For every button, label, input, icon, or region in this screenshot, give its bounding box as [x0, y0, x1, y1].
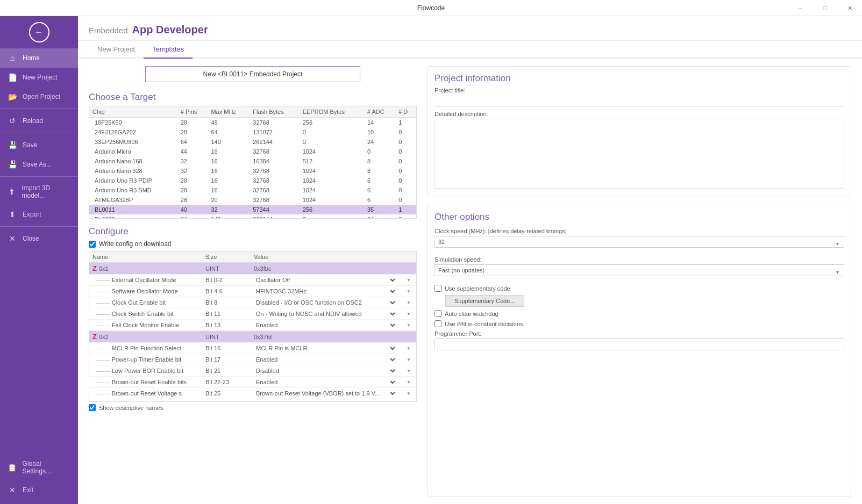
- sidebar-item-exit[interactable]: ✕ Exit: [0, 480, 78, 500]
- config-child-row[interactable]: ‐‐‐‐‐‐‐‐ Brown-out Reset Enable bitsBit …: [89, 377, 416, 388]
- cell-flash: 16384: [250, 156, 299, 166]
- sidebar-item-export[interactable]: ⬆ Export: [0, 205, 78, 224]
- cell-flash: 32768: [250, 147, 299, 156]
- sidebar-label-home: Home: [23, 54, 40, 62]
- config-value-select[interactable]: HFINTOSC 32MHz: [254, 287, 397, 295]
- target-table-row[interactable]: 24FJ128GA70228641310720100: [89, 127, 416, 137]
- config-value-select[interactable]: Enabled: [254, 321, 397, 329]
- app-body: ← ⌂ Home 📄 New Project 📂 Open Project ↺ …: [0, 16, 862, 504]
- config-child-row[interactable]: ‐‐‐‐‐‐‐‐ Fail Clock Monitor EnableBit 13…: [89, 320, 416, 331]
- show-names-checkbox[interactable]: [89, 404, 96, 411]
- target-table-row[interactable]: BL0032641402621440240: [89, 214, 416, 219]
- config-child-row[interactable]: ‐‐‐‐‐‐‐‐ Clock Switch Enable bitBit 11On…: [89, 308, 416, 320]
- target-table-row[interactable]: Arduino Nano 16832161638451280: [89, 156, 416, 166]
- target-table-row[interactable]: Arduino Uno R3 SMD281632768102460: [89, 185, 416, 195]
- config-value-cell[interactable]: MCLR Pin is MCLR▼: [251, 343, 416, 354]
- sidebar-item-reload[interactable]: ↺ Reload: [0, 111, 78, 131]
- config-child-row[interactable]: ‐‐‐‐‐‐‐‐ Brown-out Reset Voltage sBit 25…: [89, 388, 416, 399]
- config-value-select[interactable]: Disabled: [254, 367, 397, 375]
- sidebar-item-open-project[interactable]: 📂 Open Project: [0, 87, 78, 106]
- new-project-button[interactable]: New <BL0011> Embedded Project: [145, 66, 360, 82]
- config-value-cell[interactable]: On - Writing to NOSC and NDIV allowed▼: [251, 308, 416, 319]
- config-child-row[interactable]: ‐‐‐‐‐‐‐‐ External Oscillator ModeBit 0-2…: [89, 275, 416, 286]
- config-child-row[interactable]: ‐‐‐‐‐‐‐‐ Power-up Timer Enable bitBit 17…: [89, 354, 416, 365]
- use-supplementary-checkbox[interactable]: [434, 285, 441, 292]
- config-name-cell: ‐‐‐‐‐‐‐‐ Software Oscillator Mode: [89, 286, 202, 296]
- config-value-cell[interactable]: HFINTOSC 32MHz▼: [251, 286, 416, 297]
- close-icon: ✕: [8, 234, 17, 243]
- project-title-input[interactable]: [434, 95, 844, 106]
- target-table-row[interactable]: 33EP256MU806641402621440240: [89, 137, 416, 147]
- config-size-cell: Bit 13: [202, 320, 251, 330]
- target-table-row[interactable]: ATMEGA328P282032768102460: [89, 195, 416, 205]
- write-config-checkbox[interactable]: [89, 241, 96, 248]
- sidebar-item-import-3d[interactable]: ⬆ Import 3D model...: [0, 179, 78, 205]
- use-hashif-checkbox[interactable]: [434, 320, 441, 327]
- config-value-select[interactable]: On - Writing to NOSC and NDIV allowed: [254, 310, 397, 318]
- window-controls: – □ ✕: [788, 0, 862, 16]
- import-3d-icon: ⬆: [8, 188, 17, 196]
- config-value-cell[interactable]: Oscillator Off▼: [251, 275, 416, 285]
- cell-flash: 32768: [250, 118, 299, 128]
- config-child-row[interactable]: ‐‐‐‐‐‐‐‐ Clock Out Enable bitBit 8Disabl…: [89, 297, 416, 308]
- maximize-button[interactable]: □: [813, 0, 837, 16]
- sidebar-item-save-as[interactable]: 💾 Save As...: [0, 155, 78, 174]
- config-value-cell[interactable]: Disabled▼: [251, 365, 416, 376]
- config-value-cell[interactable]: Disabled - I/O or OSC function on OSC2▼: [251, 297, 416, 308]
- target-table-scroll[interactable]: Chip # Pins Max MHz Flash Bytes EEPROM B…: [89, 106, 417, 219]
- auto-clear-watchdog-label: Auto clear watchdog: [445, 311, 498, 317]
- config-child-row[interactable]: ‐‐‐‐‐‐‐‐ Software Oscillator ModeBit 4-6…: [89, 286, 416, 297]
- clock-speed-wrapper: 32: [434, 236, 844, 252]
- detailed-desc-textarea[interactable]: [434, 119, 844, 189]
- config-value-cell[interactable]: Brown-out Reset Voltage (VBOR) set to 1.…: [251, 388, 416, 399]
- supplementary-code-button[interactable]: Supplementary Code...: [445, 295, 524, 307]
- config-child-row[interactable]: ‐‐‐‐‐‐‐‐ Low Power BOR Enable bitBit 21D…: [89, 365, 416, 377]
- programmer-port-input[interactable]: [434, 339, 844, 350]
- config-value-select[interactable]: Disabled - I/O or OSC function on OSC2: [254, 299, 397, 306]
- config-value-select[interactable]: Enabled: [254, 356, 397, 363]
- sidebar-item-home[interactable]: ⌂ Home: [0, 48, 78, 68]
- cell-adc: 35: [364, 205, 395, 214]
- cell-chip: 24FJ128GA702: [89, 127, 177, 137]
- config-value-select[interactable]: Oscillator Off: [254, 276, 397, 284]
- config-value-cell[interactable]: Enabled▼: [251, 377, 416, 387]
- config-value-cell[interactable]: Enabled▼: [251, 354, 416, 365]
- cell-chip: Arduino Nano 328: [89, 166, 177, 176]
- config-value-cell[interactable]: Enabled▼: [251, 320, 416, 330]
- config-group-row[interactable]: Z0x2UINT0x37fd: [89, 331, 416, 343]
- config-col-value: Value: [251, 251, 416, 262]
- target-table-row[interactable]: 18F25K50284832768256141: [89, 118, 416, 128]
- config-child-row[interactable]: ‐‐‐‐‐‐‐‐ MCLR Pin Function SelectBit 16M…: [89, 343, 416, 354]
- supplementary-code-row: Use supplementary code: [434, 285, 844, 292]
- config-table-scroll[interactable]: Z0x1UINT0x3fbc‐‐‐‐‐‐‐‐ External Oscillat…: [89, 262, 417, 402]
- config-value-select[interactable]: Brown-out Reset Voltage (VBOR) set to 1.…: [254, 390, 397, 397]
- sidebar-label-save-as: Save As...: [23, 161, 52, 168]
- back-button[interactable]: ←: [29, 22, 49, 42]
- config-size-cell: Bit 25: [202, 388, 251, 398]
- dropdown-arrow-icon: ▼: [407, 300, 411, 305]
- config-value-select[interactable]: Enabled: [254, 378, 397, 386]
- tab-templates[interactable]: Templates: [144, 41, 193, 59]
- minimize-button[interactable]: –: [788, 0, 813, 16]
- target-table-row[interactable]: Arduino Nano 328321632768102480: [89, 166, 416, 176]
- sidebar-item-global-settings[interactable]: 📋 Global Settings...: [0, 455, 78, 480]
- cell-mhz: 16: [208, 147, 250, 156]
- config-name-cell: ‐‐‐‐‐‐‐‐ Fail Clock Monitor Enable: [89, 320, 202, 330]
- auto-clear-watchdog-checkbox[interactable]: [434, 310, 441, 317]
- target-table-row[interactable]: Arduino Micro441632768102400: [89, 147, 416, 156]
- sidebar-item-close[interactable]: ✕ Close: [0, 229, 78, 248]
- sidebar-logo[interactable]: ←: [0, 16, 78, 48]
- sidebar-item-save[interactable]: 💾 Save: [0, 135, 78, 155]
- reload-icon: ↺: [8, 117, 17, 125]
- close-button[interactable]: ✕: [837, 0, 862, 16]
- simulation-speed-select[interactable]: Fast (no updates): [434, 264, 844, 276]
- sidebar-item-new-project[interactable]: 📄 New Project: [0, 68, 78, 87]
- cell-d: 1: [395, 118, 416, 128]
- target-table-row[interactable]: BL0011403257344256351: [89, 205, 416, 214]
- config-group-row[interactable]: Z0x1UINT0x3fbc: [89, 263, 416, 275]
- auto-clear-watchdog-row: Auto clear watchdog: [434, 310, 844, 317]
- clock-speed-select[interactable]: 32: [434, 236, 844, 248]
- config-value-select[interactable]: MCLR Pin is MCLR: [254, 344, 397, 352]
- target-table-row[interactable]: Arduino Uno R3 PDIP281632768102460: [89, 176, 416, 185]
- tab-new-project[interactable]: New Project: [89, 41, 144, 59]
